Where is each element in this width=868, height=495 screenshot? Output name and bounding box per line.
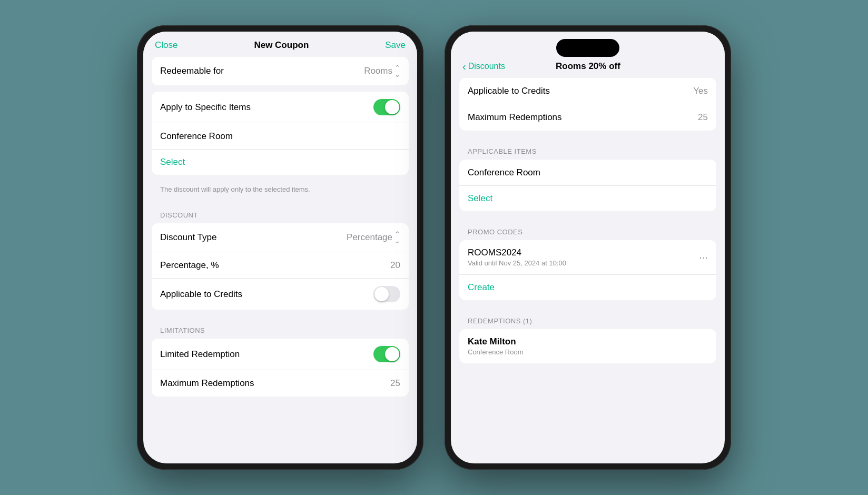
chevron-left-icon: ‹ [462, 61, 466, 72]
left-content: Redeemable for Rooms ⌃⌄ Apply to Specifi… [143, 57, 417, 457]
promo-codes-card: ROOMS2024 Valid until Nov 25, 2024 at 10… [459, 240, 716, 300]
applicable-conference-room-label: Conference Room [468, 167, 540, 178]
top-info-card: Applicable to Credits Yes Maximum Redemp… [459, 78, 716, 131]
discount-type-label: Discount Type [160, 232, 216, 243]
promo-codes-header: PROMO CODES [459, 217, 716, 240]
applicable-conference-room-row: Conference Room [459, 160, 716, 186]
back-button[interactable]: ‹ Discounts [462, 61, 505, 72]
redeemable-row[interactable]: Redeemable for Rooms ⌃⌄ [152, 57, 409, 85]
right-phone: ‹ Discounts Rooms 20% off Applicable to … [445, 25, 731, 470]
apply-specific-toggle[interactable] [373, 99, 400, 115]
promo-dots-menu[interactable]: ··· [699, 251, 708, 263]
discount-type-arrows: ⌃⌄ [394, 231, 400, 244]
applicable-credits-row-right: Applicable to Credits Yes [459, 78, 716, 104]
max-redemptions-row: Maximum Redemptions 25 [152, 370, 409, 397]
save-button[interactable]: Save [385, 40, 406, 51]
limited-redemption-toggle[interactable] [373, 346, 400, 362]
create-container: Create [459, 275, 716, 300]
left-nav-bar: Close New Coupon Save [143, 32, 417, 57]
limitations-card: Limited Redemption Maximum Redemptions 2… [152, 339, 409, 397]
applicable-select-container: Select [459, 186, 716, 211]
redeemable-card: Redeemable for Rooms ⌃⌄ [152, 57, 409, 85]
right-content: Applicable to Credits Yes Maximum Redemp… [451, 78, 725, 455]
applicable-select-link[interactable]: Select [459, 186, 716, 211]
applicable-credits-label-right: Applicable to Credits [468, 86, 550, 96]
redeemable-value: Rooms ⌃⌄ [364, 64, 400, 78]
limited-redemption-label: Limited Redemption [160, 349, 240, 360]
conference-room-label: Conference Room [160, 131, 233, 142]
applicable-credits-value-right: Yes [693, 86, 708, 96]
conference-room-select-link[interactable]: Select [152, 150, 409, 175]
promo-valid-text: Valid until Nov 25, 2024 at 10:00 [468, 259, 566, 267]
promo-code-inner: ROOMS2024 Valid until Nov 25, 2024 at 10… [468, 247, 708, 267]
applicable-credits-row: Applicable to Credits [152, 279, 409, 310]
applicable-items-card: Conference Room Select [459, 160, 716, 211]
discount-card: Discount Type Percentage ⌃⌄ Percentage, … [152, 223, 409, 310]
close-button[interactable]: Close [155, 40, 177, 51]
limited-redemption-row: Limited Redemption [152, 339, 409, 370]
discount-type-row[interactable]: Discount Type Percentage ⌃⌄ [152, 223, 409, 252]
max-redemptions-value: 25 [390, 378, 400, 389]
percentage-label: Percentage, % [160, 260, 219, 271]
promo-code-info: ROOMS2024 Valid until Nov 25, 2024 at 10… [468, 247, 566, 267]
select-row-container: Select [152, 150, 409, 175]
redeemable-arrows: ⌃⌄ [394, 64, 400, 78]
promo-code-row: ROOMS2024 Valid until Nov 25, 2024 at 10… [459, 240, 716, 275]
redemption-sub: Conference Room [468, 348, 524, 356]
apply-specific-row: Apply to Specific Items [152, 92, 409, 123]
helper-text: The discount will apply only to the sele… [152, 181, 409, 201]
redemptions-header: REDEMPTIONS (1) [459, 306, 716, 329]
apply-specific-card: Apply to Specific Items Conference Room … [152, 92, 409, 175]
promo-code-value: ROOMS2024 [468, 247, 566, 258]
discount-type-value: Percentage ⌃⌄ [347, 231, 400, 244]
redemption-name: Kate Milton [468, 336, 516, 347]
percentage-row: Percentage, % 20 [152, 252, 409, 279]
redeemable-label: Redeemable for [160, 66, 224, 76]
conference-room-row: Conference Room [152, 123, 409, 150]
redemption-row: Kate Milton Conference Room [459, 329, 716, 363]
create-link[interactable]: Create [459, 275, 716, 300]
max-redemptions-row-right: Maximum Redemptions 25 [459, 104, 716, 131]
max-redemptions-label: Maximum Redemptions [160, 378, 254, 389]
apply-specific-label: Apply to Specific Items [160, 102, 251, 113]
applicable-credits-toggle[interactable] [373, 286, 400, 302]
percentage-value: 20 [390, 260, 400, 271]
applicable-items-header: APPLICABLE ITEMS [459, 137, 716, 160]
dynamic-island [556, 39, 619, 57]
back-label: Discounts [468, 62, 505, 71]
discount-section-header: DISCOUNT [152, 201, 409, 223]
left-nav-title: New Coupon [254, 40, 309, 51]
applicable-credits-label: Applicable to Credits [160, 289, 242, 300]
left-phone: Close New Coupon Save Redeemable for Roo… [137, 25, 423, 470]
redemptions-card: Kate Milton Conference Room [459, 329, 716, 363]
right-nav-title: Rooms 20% off [556, 61, 620, 72]
max-redemptions-label-right: Maximum Redemptions [468, 112, 562, 123]
limitations-section-header: LIMITATIONS [152, 316, 409, 339]
max-redemptions-value-right: 25 [698, 112, 708, 123]
